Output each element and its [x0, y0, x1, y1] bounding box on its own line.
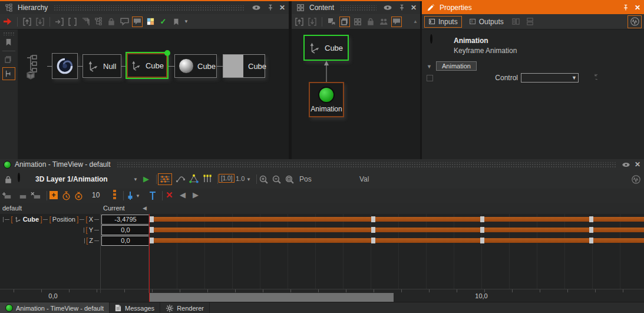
- content-node-cube[interactable]: Cube: [303, 35, 349, 61]
- reset-icon[interactable]: [588, 72, 599, 83]
- io-combined-icon[interactable]: [511, 17, 521, 27]
- io-split-icon[interactable]: [525, 17, 536, 27]
- layer-dropdown-icon[interactable]: ▼: [133, 177, 138, 182]
- save-content-icon[interactable]: [326, 17, 337, 27]
- close-icon[interactable]: ✕: [411, 4, 417, 12]
- jump-to-icon[interactable]: [2, 17, 13, 27]
- options-dots-icon[interactable]: [113, 190, 116, 199]
- pin-time-icon[interactable]: [147, 190, 158, 201]
- bookmark-dropdown-icon[interactable]: ▼: [184, 19, 189, 24]
- properties-panel-header[interactable]: Properties ✕: [422, 1, 644, 14]
- close-icon[interactable]: ✕: [635, 4, 640, 12]
- tree-mode-icon[interactable]: [2, 67, 15, 80]
- delete-track-icon[interactable]: [31, 190, 41, 201]
- palette-icon[interactable]: [145, 17, 156, 27]
- section-label[interactable]: Animation: [436, 61, 477, 71]
- column-divider[interactable]: [100, 214, 101, 289]
- comment-filled-icon[interactable]: [132, 17, 143, 27]
- eye-icon[interactable]: [622, 160, 631, 169]
- statusbar-tab-timeview[interactable]: Animation - TimeView - default: [0, 302, 110, 313]
- tracks-area[interactable]: [ Cube ] [ Position ] [ X -3,4795: [0, 214, 644, 289]
- keyframe-marker[interactable]: [589, 216, 593, 222]
- scroll-up-icon[interactable]: ▲: [413, 19, 418, 24]
- content-panel-header[interactable]: Content ✕: [292, 1, 420, 14]
- section-collapse-icon[interactable]: ▼: [427, 64, 432, 70]
- track-row-x[interactable]: [ Cube ] [ Position ] [ X -3,4795: [0, 214, 644, 225]
- hierarchy-node-cube-selected[interactable]: Cube: [126, 52, 169, 79]
- gradient-triangle-icon[interactable]: [189, 173, 199, 184]
- move-down-icon[interactable]: [35, 17, 45, 27]
- content-canvas[interactable]: Cube Animation: [292, 29, 420, 159]
- add-key-icon[interactable]: +: [49, 191, 58, 199]
- rail-grip[interactable]: [3, 32, 15, 35]
- hierarchy-panel-header[interactable]: Hierarchy ✕: [0, 1, 289, 14]
- mute-icon[interactable]: ✕: [166, 190, 173, 200]
- panel-drag-texture[interactable]: [117, 162, 616, 167]
- users-icon[interactable]: [378, 17, 389, 27]
- keyframe-marker[interactable]: [150, 238, 154, 243]
- grid-view-icon[interactable]: [352, 17, 363, 27]
- collapse-column-icon[interactable]: ◀: [143, 205, 147, 211]
- keyframe-marker[interactable]: [150, 227, 154, 233]
- eye-icon[interactable]: [382, 2, 393, 13]
- prev-keyframe-icon[interactable]: ◀: [180, 190, 186, 199]
- comment-outline-icon[interactable]: [119, 17, 130, 27]
- move-up-icon[interactable]: [22, 17, 32, 27]
- keyframe-marker[interactable]: [371, 216, 375, 222]
- markers-icon[interactable]: [202, 173, 213, 184]
- add-keyframe-time-icon[interactable]: [61, 190, 71, 201]
- current-value-x[interactable]: -3,4795: [101, 215, 150, 225]
- statusbar-tab-messages[interactable]: Messages: [110, 302, 160, 313]
- statusbar-tab-renderer[interactable]: Renderer: [160, 302, 210, 313]
- pin-icon[interactable]: [397, 2, 407, 13]
- keyframe-marker[interactable]: [480, 216, 484, 222]
- hierarchy-node-root[interactable]: [52, 53, 78, 79]
- comment-filled-icon[interactable]: [391, 17, 402, 27]
- current-value-y[interactable]: 0,0: [101, 225, 150, 235]
- tab-outputs[interactable]: 0 Outputs: [465, 16, 507, 28]
- monitor-waveform-icon[interactable]: [630, 174, 641, 184]
- speed-dropdown-icon[interactable]: ▼: [246, 177, 251, 182]
- timeline-scrollbar[interactable]: [149, 293, 394, 302]
- control-dropdown[interactable]: ▼: [521, 73, 579, 83]
- track-row-z[interactable]: [ Z 0,0: [0, 235, 644, 246]
- animation-track-z[interactable]: [149, 238, 644, 243]
- validate-check-icon[interactable]: ✓: [158, 17, 169, 27]
- panel-drag-texture[interactable]: [340, 5, 377, 11]
- keyframe-marker[interactable]: [589, 227, 593, 233]
- eye-icon[interactable]: [251, 2, 262, 13]
- lock-icon[interactable]: [365, 17, 376, 27]
- speed-value[interactable]: 1.0: [236, 175, 245, 182]
- keyframe-marker[interactable]: [480, 227, 484, 233]
- keyframe-marker[interactable]: [150, 216, 154, 222]
- keyframe-marker[interactable]: [589, 238, 593, 243]
- column-current-label[interactable]: Current: [103, 205, 125, 212]
- lock-icon[interactable]: [3, 174, 14, 185]
- track-icon[interactable]: [18, 190, 28, 201]
- move-down-icon[interactable]: [307, 17, 318, 27]
- add-track-icon[interactable]: [2, 190, 13, 201]
- bookmark-icon[interactable]: [171, 17, 181, 27]
- bookmark-rail-icon[interactable]: [3, 37, 14, 47]
- hierarchy-canvas[interactable]: Null Cube Cube Cube: [18, 29, 289, 159]
- close-icon[interactable]: ✕: [635, 160, 640, 169]
- animation-track-x[interactable]: [149, 217, 644, 222]
- snap-dropdown-icon[interactable]: ▼: [136, 193, 140, 199]
- subtree-icon[interactable]: [93, 17, 104, 27]
- hierarchy-node-cube-texture[interactable]: Cube: [223, 54, 265, 78]
- column-default-label[interactable]: default: [2, 205, 22, 212]
- hierarchy-node-cube-material[interactable]: Cube: [174, 54, 217, 78]
- isolate-icon[interactable]: [54, 17, 65, 27]
- loop-range-button[interactable]: [1.0]: [219, 174, 235, 183]
- hierarchy-node-null[interactable]: Null: [82, 54, 121, 78]
- dopesheet-view-icon[interactable]: [158, 173, 172, 185]
- zoom-out-icon[interactable]: [271, 174, 282, 184]
- playhead[interactable]: [149, 214, 150, 302]
- close-icon[interactable]: ✕: [279, 4, 285, 12]
- pin-icon[interactable]: [265, 2, 276, 13]
- frame-count-value[interactable]: 10: [92, 191, 100, 199]
- tab-inputs[interactable]: Inputs: [424, 16, 462, 28]
- monitor-waveform-icon[interactable]: [628, 15, 642, 28]
- keyframe-marker[interactable]: [480, 238, 484, 243]
- play-button[interactable]: ▶: [143, 174, 149, 183]
